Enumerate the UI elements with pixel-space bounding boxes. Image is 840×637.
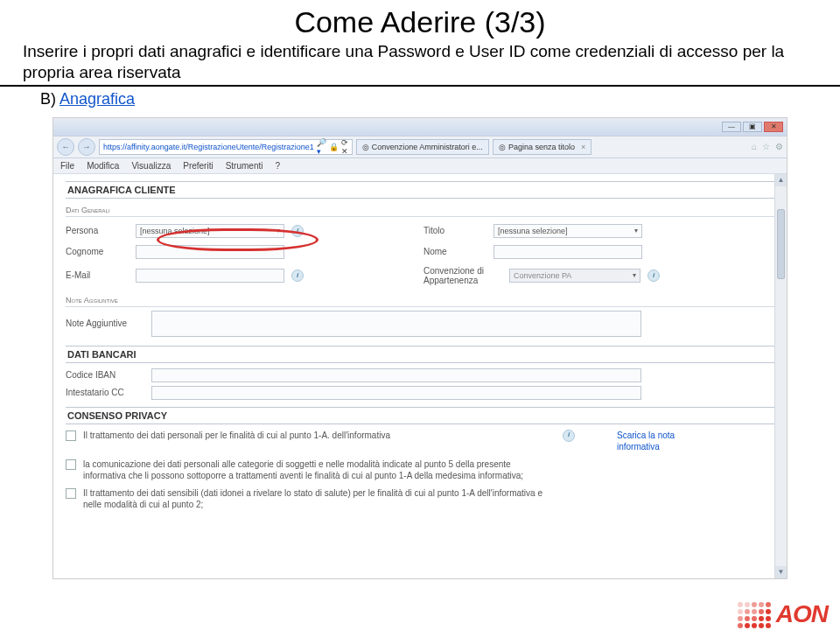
ssl-lock-icon: 🔒 [329,143,339,151]
section-dati-bancari-title: DATI BANCARI [66,346,774,363]
scroll-thumb[interactable] [777,209,785,279]
menu-view[interactable]: Visualizza [131,161,171,171]
aon-logo-bubbles-icon [738,602,771,628]
privacy-checkbox-3[interactable] [66,488,76,499]
email-input[interactable] [136,269,284,283]
tab-title-1: Convenzione Amministratori e... [372,143,483,151]
window-close-button[interactable]: ✕ [764,122,783,132]
intestatario-label: Intestatario CC [66,388,144,397]
toolbar-right-icons: ⌂ ☆ ⚙ [752,142,783,151]
nav-forward-button[interactable]: → [78,138,95,156]
persona-info-icon[interactable]: i [291,225,304,237]
nome-input[interactable] [494,245,642,259]
persona-select[interactable]: [nessuna selezione] [136,224,284,238]
cognome-label: Cognome [66,247,129,256]
privacy-text-3: Il trattamento dei dati sensibili (dati … [83,487,556,511]
iban-label: Codice IBAN [66,370,144,380]
tab-favicon-1: ◎ [362,143,369,151]
tools-icon[interactable]: ⚙ [775,142,783,151]
iban-input[interactable] [151,368,641,382]
privacy-checkbox-2[interactable] [66,459,76,470]
tab-title-2: Pagina senza titolo [508,143,575,151]
privacy-download-link[interactable]: Scarica la nota informativa [617,430,713,453]
search-icon: 🔎 ▾ [317,138,326,156]
nav-back-button[interactable]: ← [57,138,74,156]
cognome-input[interactable] [136,245,284,259]
window-titlebar: — ▣ ✕ [53,118,787,136]
nome-label: Nome [424,247,486,256]
section-privacy-title: CONSENSO PRIVACY [66,407,774,424]
refresh-stop-icons: ⟳ ✕ [341,138,348,156]
aon-logo-text: AON [776,600,828,628]
privacy-checkbox-1[interactable] [66,430,76,441]
convenzione-select[interactable]: Convenzione PA [509,269,640,283]
privacy-row-2: la comunicazione dei dati personali alle… [66,458,774,482]
window-minimize-button[interactable]: — [722,122,741,132]
subsection-prefix: B) [40,90,60,108]
browser-toolbar: ← → https://affinity.aongate.it/Registra… [53,136,787,158]
tab-close-icon[interactable]: × [581,143,585,151]
email-info-icon[interactable]: i [291,270,304,282]
privacy-text-2: la comunicazione dei dati personali alle… [83,458,556,482]
scroll-up-button[interactable]: ▲ [775,174,787,186]
home-icon[interactable]: ⌂ [752,142,757,151]
menu-favorites[interactable]: Preferiti [183,161,213,171]
browser-tab-1[interactable]: ◎ Convenzione Amministratori e... [356,139,489,155]
intestatario-input[interactable] [151,386,641,400]
intro-text: Inserire i propri dati anagrafici e iden… [0,41,840,87]
url-text: https://affinity.aongate.it/Registrazion… [103,143,314,151]
convenzione-label: Convenzione di Appartenenza [424,266,502,285]
titolo-select[interactable]: [nessuna selezione] [494,224,642,238]
subsection-label: B) Anagrafica [0,87,840,114]
tab-favicon-2: ◎ [499,143,506,151]
menu-help[interactable]: ? [275,161,280,171]
section-anagrafica-title: ANAGRAFICA CLIENTE [66,181,774,199]
aon-logo: AON [738,600,828,628]
privacy-text-1: Il trattamento dei dati personali per le… [83,430,556,442]
subsection-link: Anagrafica [60,90,135,108]
browser-menubar: File Modifica Visualizza Preferiti Strum… [53,158,787,174]
titolo-label: Titolo [424,226,486,235]
email-label: E-Mail [66,270,129,280]
privacy-row-3: Il trattamento dei dati sensibili (dati … [66,487,774,511]
subsection-dati-generali: Dati Generali [66,204,774,217]
privacy-row-1: Il trattamento dei dati personali per le… [66,430,774,453]
window-maximize-button[interactable]: ▣ [743,122,762,132]
menu-file[interactable]: File [60,161,74,171]
scrollbar[interactable]: ▲ ▼ [774,174,787,578]
menu-edit[interactable]: Modifica [87,161,119,171]
page-content: ▲ ▼ ANAGRAFICA CLIENTE Dati Generali Per… [53,174,787,578]
address-bar[interactable]: https://affinity.aongate.it/Registrazion… [99,139,353,155]
menu-tools[interactable]: Strumenti [226,161,263,171]
favorites-icon[interactable]: ☆ [762,142,770,151]
note-textarea[interactable] [151,311,641,337]
scroll-down-button[interactable]: ▼ [775,566,787,578]
note-label: Note Aggiuntive [66,318,144,328]
privacy-info-icon[interactable]: i [563,430,575,442]
subsection-note: Note Aggiuntive [66,294,774,307]
slide-title: Come Aderire (3/3) [0,0,840,41]
convenzione-info-icon[interactable]: i [648,270,660,282]
browser-tab-2[interactable]: ◎ Pagina senza titolo × [493,139,592,155]
persona-label: Persona [66,226,129,235]
browser-screenshot: — ▣ ✕ ← → https://affinity.aongate.it/Re… [52,117,788,579]
